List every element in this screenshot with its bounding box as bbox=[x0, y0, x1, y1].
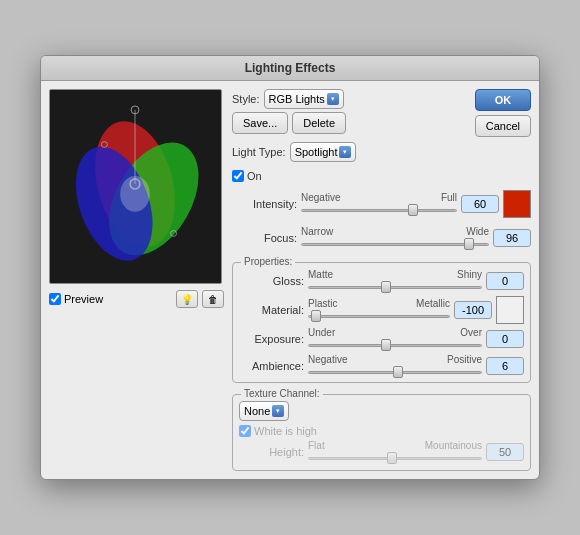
texture-channel-text: Texture Channel: bbox=[244, 388, 320, 399]
light-type-select[interactable]: Spotlight ▾ bbox=[290, 142, 357, 162]
material-color-swatch[interactable] bbox=[496, 296, 524, 324]
intensity-thumb[interactable] bbox=[408, 204, 418, 216]
white-is-high-checkbox[interactable] bbox=[239, 425, 251, 437]
height-max: Mountainous bbox=[425, 440, 482, 451]
texture-select[interactable]: None ▾ bbox=[239, 401, 289, 421]
on-row: On bbox=[232, 170, 531, 182]
white-is-high-row: White is high bbox=[239, 425, 524, 437]
ambience-min: Negative bbox=[308, 354, 347, 365]
exposure-labels: Under Over bbox=[308, 327, 482, 338]
focus-track[interactable] bbox=[301, 238, 489, 250]
intensity-color-swatch[interactable] bbox=[503, 190, 531, 218]
exposure-input[interactable] bbox=[486, 330, 524, 348]
exposure-min: Under bbox=[308, 327, 335, 338]
texture-arrow: ▾ bbox=[272, 405, 284, 417]
delete-button[interactable]: Delete bbox=[292, 112, 346, 134]
lighting-effects-dialog: Lighting Effects bbox=[40, 55, 540, 480]
style-row: Style: RGB Lights ▾ bbox=[232, 89, 469, 109]
ambience-thumb[interactable] bbox=[393, 366, 403, 378]
height-track[interactable] bbox=[308, 452, 482, 464]
properties-section: Properties: Gloss: Matte Shiny bbox=[232, 262, 531, 383]
focus-line bbox=[301, 243, 489, 246]
ambience-max: Positive bbox=[447, 354, 482, 365]
right-panel: Style: RGB Lights ▾ Save... Delete OK Ca… bbox=[232, 89, 531, 471]
material-thumb[interactable] bbox=[311, 310, 321, 322]
exposure-line bbox=[308, 344, 482, 347]
height-thumb[interactable] bbox=[387, 452, 397, 464]
focus-thumb[interactable] bbox=[464, 238, 474, 250]
ok-button[interactable]: OK bbox=[475, 89, 531, 111]
material-row: Material: Plastic Metallic bbox=[239, 296, 524, 324]
texture-section: Texture Channel: None ▾ White is high He… bbox=[232, 394, 531, 471]
light-bulb-icon[interactable]: 💡 bbox=[176, 290, 198, 308]
left-panel: Preview 💡 🗑 bbox=[49, 89, 224, 471]
height-input[interactable] bbox=[486, 443, 524, 461]
texture-section-label: Texture Channel: bbox=[241, 388, 323, 399]
light-type-arrow: ▾ bbox=[339, 146, 351, 158]
white-is-high-label: White is high bbox=[254, 425, 317, 437]
light-type-value: Spotlight bbox=[295, 146, 338, 158]
gloss-input[interactable] bbox=[486, 272, 524, 290]
ambience-row: Ambience: Negative Positive bbox=[239, 354, 524, 378]
material-max: Metallic bbox=[416, 298, 450, 309]
height-line bbox=[308, 457, 482, 460]
intensity-min: Negative bbox=[301, 192, 340, 203]
on-label: On bbox=[247, 170, 262, 182]
ok-cancel-group: OK Cancel bbox=[475, 89, 531, 137]
height-min: Flat bbox=[308, 440, 325, 451]
focus-max: Wide bbox=[466, 226, 489, 237]
exposure-track[interactable] bbox=[308, 339, 482, 351]
gloss-thumb[interactable] bbox=[381, 281, 391, 293]
focus-row: Focus: Narrow Wide bbox=[232, 226, 531, 250]
gloss-row: Gloss: Matte Shiny bbox=[239, 269, 524, 293]
focus-labels: Narrow Wide bbox=[301, 226, 489, 237]
ambience-track[interactable] bbox=[308, 366, 482, 378]
exposure-max: Over bbox=[460, 327, 482, 338]
intensity-line bbox=[301, 209, 457, 212]
ambience-slider-area: Negative Positive bbox=[308, 354, 482, 378]
ambience-input[interactable] bbox=[486, 357, 524, 375]
focus-slider-area: Narrow Wide bbox=[301, 226, 489, 250]
exposure-thumb[interactable] bbox=[381, 339, 391, 351]
top-row: Style: RGB Lights ▾ Save... Delete OK Ca… bbox=[232, 89, 531, 137]
style-value: RGB Lights bbox=[269, 93, 325, 105]
material-track[interactable] bbox=[308, 310, 450, 322]
gloss-line bbox=[308, 286, 482, 289]
gloss-label: Gloss: bbox=[239, 275, 304, 287]
light-type-row: Light Type: Spotlight ▾ bbox=[232, 142, 531, 162]
intensity-row: Intensity: Negative Full bbox=[232, 190, 531, 218]
gloss-slider-area: Matte Shiny bbox=[308, 269, 482, 293]
on-checkbox[interactable] bbox=[232, 170, 244, 182]
cancel-button[interactable]: Cancel bbox=[475, 115, 531, 137]
intensity-max: Full bbox=[441, 192, 457, 203]
trash-icon[interactable]: 🗑 bbox=[202, 290, 224, 308]
dialog-title: Lighting Effects bbox=[41, 56, 539, 81]
style-label: Style: bbox=[232, 93, 260, 105]
ambience-labels: Negative Positive bbox=[308, 354, 482, 365]
style-select[interactable]: RGB Lights ▾ bbox=[264, 89, 344, 109]
gloss-track[interactable] bbox=[308, 281, 482, 293]
texture-channel-row: None ▾ bbox=[239, 401, 524, 421]
gloss-max: Shiny bbox=[457, 269, 482, 280]
intensity-slider-area: Negative Full bbox=[301, 192, 457, 216]
height-row: Height: Flat Mountainous bbox=[239, 440, 524, 464]
height-labels: Flat Mountainous bbox=[308, 440, 482, 451]
focus-input[interactable] bbox=[493, 229, 531, 247]
material-input[interactable] bbox=[454, 301, 492, 319]
intensity-input[interactable] bbox=[461, 195, 499, 213]
material-slider-area: Plastic Metallic bbox=[308, 298, 450, 322]
intensity-track[interactable] bbox=[301, 204, 457, 216]
exposure-label: Exposure: bbox=[239, 333, 304, 345]
light-type-label: Light Type: bbox=[232, 146, 286, 158]
preview-canvas bbox=[49, 89, 222, 284]
exposure-slider-area: Under Over bbox=[308, 327, 482, 351]
gloss-min: Matte bbox=[308, 269, 333, 280]
preview-checkbox[interactable] bbox=[49, 293, 61, 305]
preview-icon-group: 💡 🗑 bbox=[176, 290, 224, 308]
save-button[interactable]: Save... bbox=[232, 112, 288, 134]
ambience-line bbox=[308, 371, 482, 374]
preview-checkbox-label[interactable]: Preview bbox=[49, 293, 103, 305]
focus-min: Narrow bbox=[301, 226, 333, 237]
preview-label: Preview bbox=[64, 293, 103, 305]
height-label: Height: bbox=[239, 446, 304, 458]
